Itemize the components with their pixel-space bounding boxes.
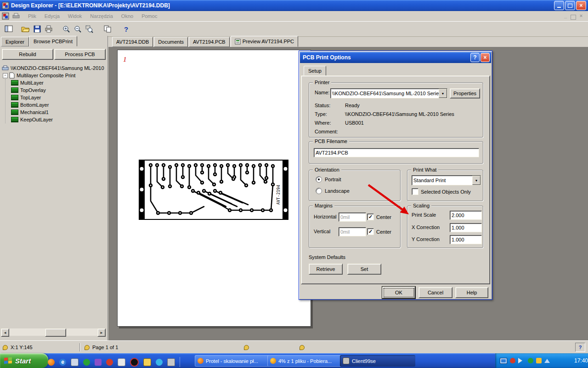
- status-help-icon[interactable]: ?: [575, 343, 585, 352]
- doc-tab-pcb[interactable]: AVT2194.PCB: [189, 37, 230, 47]
- cancel-button[interactable]: Cancel: [418, 287, 452, 298]
- layer-icon: [11, 102, 18, 108]
- print-button[interactable]: [43, 23, 54, 35]
- app-icon: [2, 2, 9, 9]
- portrait-radio[interactable]: Portrait: [316, 176, 341, 183]
- quick-launch-icon[interactable]: [156, 359, 163, 366]
- menu-item-widok[interactable]: Widok: [64, 12, 86, 20]
- page-marker: 1: [123, 56, 127, 63]
- scroll-thumb[interactable]: [45, 328, 66, 337]
- taskbar-task-protel[interactable]: Protel - skalowanie pł...: [195, 355, 270, 367]
- tab-browse-pcbprint[interactable]: Browse PCBPrint: [29, 36, 77, 46]
- save-button[interactable]: [31, 23, 43, 35]
- print-what-combo[interactable]: Standard Print ▼: [412, 175, 481, 185]
- horizontal-label: Horizontal: [314, 214, 337, 219]
- quick-launch-icon[interactable]: [95, 359, 102, 366]
- print-scale-input[interactable]: 2.000: [450, 211, 482, 220]
- antivirus-shield-icon[interactable]: [510, 358, 515, 363]
- save-icon: [34, 25, 41, 33]
- open-button[interactable]: [20, 23, 31, 35]
- dialog-help-icon[interactable]: ?: [470, 53, 480, 62]
- vertical-margin-input[interactable]: 0mil: [339, 227, 366, 236]
- rebuild-button[interactable]: Rebuild: [2, 49, 53, 60]
- hide-icons-icon[interactable]: [544, 356, 550, 363]
- quick-launch-icon[interactable]: [130, 358, 139, 367]
- volume-icon[interactable]: [518, 358, 525, 363]
- y-correction-input[interactable]: 1.000: [450, 235, 482, 244]
- tree-layer-bottomlayer[interactable]: BottomLayer: [11, 101, 107, 109]
- taskbar-task-download[interactable]: 4% z 1 pliku - Pobiera...: [267, 355, 343, 367]
- quick-launch-icon[interactable]: [143, 358, 151, 366]
- scroll-left-icon[interactable]: ◄: [1, 328, 9, 337]
- radio-icon: [316, 188, 322, 194]
- vertical-center-checkbox[interactable]: ✓ Center: [367, 228, 391, 235]
- chevron-down-icon[interactable]: ▼: [439, 89, 447, 98]
- tree-root-printer[interactable]: \\KONDZIO-CBEF641\Samsung ML-2010: [2, 64, 107, 72]
- quick-launch-icon[interactable]: e: [59, 359, 66, 366]
- zoom-out-button[interactable]: [72, 23, 84, 35]
- tree-layer-mechanical1[interactable]: Mechanical1: [11, 109, 107, 116]
- printer-group: Printer Name: \\KONDZIO-CBEF641\Samsung …: [309, 82, 483, 138]
- tree-node-composite[interactable]: − Multilayer Composite Print: [2, 72, 107, 79]
- quick-launch-icon[interactable]: [118, 358, 125, 366]
- quick-launch-icon[interactable]: [83, 359, 90, 366]
- tree-layer-topoverlay[interactable]: TopOverlay: [11, 86, 107, 94]
- orientation-group: Orientation Portrait Landscape: [309, 170, 401, 201]
- tray-icon[interactable]: [536, 358, 542, 363]
- start-button[interactable]: Start: [0, 353, 48, 368]
- horizontal-center-checkbox[interactable]: ✓ Center: [367, 213, 391, 220]
- scroll-right-icon[interactable]: ►: [97, 328, 106, 337]
- zoom-in-button[interactable]: [61, 23, 72, 35]
- copy-button[interactable]: [102, 23, 113, 35]
- help-button[interactable]: ?: [120, 23, 132, 35]
- taskbar-task-client99se[interactable]: Client99se: [340, 355, 415, 367]
- checkbox-checked-icon: ✓: [367, 228, 374, 235]
- process-pcb-button[interactable]: Process PCB: [54, 49, 106, 60]
- mdi-close-icon[interactable]: ×: [578, 13, 584, 20]
- menu-item-pomoc[interactable]: Pomoc: [137, 12, 161, 20]
- mdi-minimize-icon[interactable]: _: [562, 13, 569, 20]
- tab-explorer[interactable]: Explorer: [1, 37, 29, 46]
- ok-button[interactable]: OK: [382, 287, 415, 299]
- chevron-down-icon[interactable]: ▼: [472, 176, 481, 185]
- network-icon[interactable]: [500, 358, 507, 364]
- print-scale-label: Print Scale: [412, 212, 436, 218]
- menu-item-edycja[interactable]: Edycja: [40, 12, 64, 20]
- dialog-tab-setup[interactable]: Setup: [304, 66, 326, 76]
- panel-icon: [5, 25, 13, 33]
- tree-layer-toplayer[interactable]: TopLayer: [11, 94, 107, 101]
- menu-item-narzedzia[interactable]: Narzędzia: [86, 12, 117, 20]
- collapse-icon[interactable]: −: [3, 73, 8, 78]
- printer-name-combo[interactable]: \\KONDZIO-CBEF641\Samsung ML-2010 Series…: [330, 88, 447, 98]
- panel-h-scrollbar[interactable]: ◄ ►: [1, 328, 106, 336]
- doc-tab-preview[interactable]: Preview AVT2194.PPC: [231, 36, 298, 47]
- quick-launch-icon[interactable]: [167, 358, 175, 366]
- mdi-restore-icon[interactable]: [571, 15, 576, 20]
- hand-cursor-icon: [3, 345, 8, 350]
- quick-launch-icon[interactable]: [106, 359, 113, 366]
- doc-tab-ddb[interactable]: AVT2194.DDB: [112, 37, 153, 47]
- doc-tab-documents[interactable]: Documents: [154, 37, 188, 47]
- set-button[interactable]: Set: [347, 264, 381, 275]
- restore-button[interactable]: [565, 1, 575, 10]
- properties-button[interactable]: Properties: [450, 88, 480, 98]
- selected-objects-checkbox[interactable]: Selected Objects Only: [412, 188, 471, 195]
- x-correction-input[interactable]: 1.000: [450, 223, 482, 232]
- menu-item-okno[interactable]: Okno: [117, 12, 137, 20]
- show-desktop-icon[interactable]: [71, 358, 79, 366]
- pcb-filename-input[interactable]: AVT2194.PCB: [314, 148, 479, 157]
- tree-layer-keepoutlayer[interactable]: KeepOutLayer: [11, 116, 107, 123]
- minimize-button[interactable]: [554, 1, 564, 10]
- dialog-close-icon[interactable]: ×: [481, 53, 490, 62]
- horizontal-margin-input[interactable]: 0mil: [339, 213, 366, 222]
- close-button[interactable]: ×: [576, 1, 586, 10]
- update-icon[interactable]: [528, 358, 533, 363]
- toggle-panel-button[interactable]: [3, 23, 14, 35]
- help-button-dialog[interactable]: Help: [455, 287, 488, 298]
- landscape-radio[interactable]: Landscape: [316, 188, 350, 194]
- tree-layer-multilayer[interactable]: MultiLayer: [11, 79, 107, 86]
- retrieve-button[interactable]: Retrieve: [309, 264, 343, 275]
- menu-item-plik[interactable]: Plik: [24, 12, 40, 20]
- quick-launch-icon[interactable]: [48, 359, 55, 366]
- zoom-area-button[interactable]: [84, 23, 95, 35]
